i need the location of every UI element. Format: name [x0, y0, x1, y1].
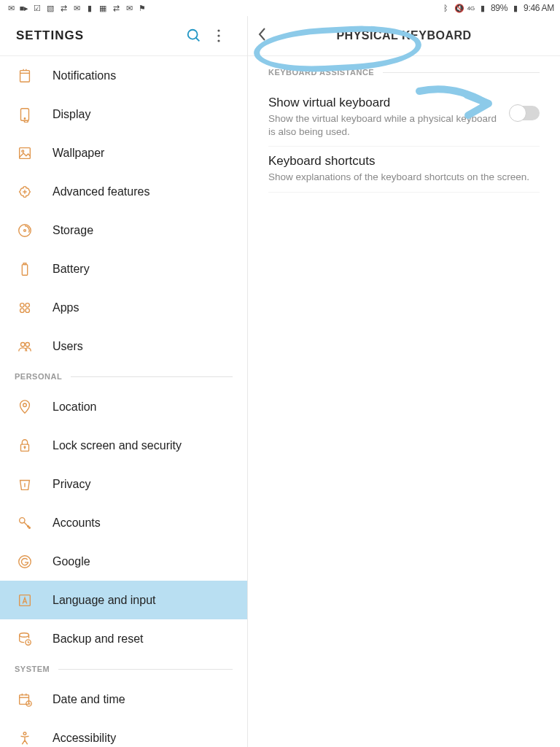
nav-item-apps[interactable]: Apps	[0, 288, 247, 327]
location-icon	[15, 397, 35, 417]
nav-item-label: Language and input	[52, 594, 155, 607]
nav-item-notifications[interactable]: Notifications	[0, 56, 247, 95]
settings-nav-pane: SETTINGS Notifications Display Wallpaper	[0, 16, 248, 747]
svg-point-23	[21, 342, 26, 347]
mail-icon: ✉	[71, 3, 82, 13]
svg-point-16	[24, 229, 26, 231]
svg-point-4	[217, 39, 219, 42]
svg-point-20	[26, 303, 29, 307]
gallery-icon: ▦	[98, 3, 108, 13]
battery-icon	[15, 259, 35, 279]
pin-icon: ⚑	[137, 3, 147, 13]
nav-item-battery[interactable]: Battery	[0, 249, 247, 288]
wallpaper-icon	[15, 143, 35, 163]
section-label: KEYBOARD ASSISTANCE	[268, 68, 374, 77]
advanced-icon	[15, 182, 35, 202]
more-vert-icon	[217, 29, 220, 42]
display-icon	[15, 104, 35, 125]
svg-point-12	[22, 150, 24, 152]
lock-icon	[15, 436, 35, 456]
signal-icon: ▮	[478, 3, 488, 13]
accessibility-icon	[15, 728, 35, 748]
nav-item-accessibility[interactable]: Accessibility	[0, 719, 247, 747]
search-button[interactable]	[182, 23, 206, 48]
settings-title: SETTINGS	[16, 28, 182, 43]
notifications-icon	[15, 66, 35, 86]
svg-rect-5	[20, 70, 30, 82]
nav-item-label: Battery	[52, 263, 90, 276]
accounts-icon	[15, 513, 35, 533]
nav-item-label: Notifications	[52, 69, 116, 82]
nav-item-accounts[interactable]: Accounts	[0, 503, 247, 542]
setting-subtitle: Show the virtual keyboard while a physic…	[268, 112, 500, 139]
setting-show-virtual-keyboard[interactable]: Show virtual keyboard Show the virtual k…	[268, 88, 540, 147]
nav-item-lock-security[interactable]: Lock screen and security	[0, 426, 247, 465]
nav-item-storage[interactable]: Storage	[0, 211, 247, 249]
detail-title: PHYSICAL KEYBOARD	[336, 29, 471, 42]
section-system: SYSTEM	[0, 658, 247, 680]
divider-line	[58, 669, 233, 670]
show-virtual-keyboard-toggle[interactable]	[510, 106, 540, 120]
divider-line	[383, 72, 540, 73]
detail-pane: PHYSICAL KEYBOARD KEYBOARD ASSISTANCE Sh…	[248, 16, 560, 747]
nav-item-label: Date and time	[52, 693, 125, 706]
status-left-icons: ✉ ■▸ ☑ ▧ ⇄ ✉ ▮ ▦ ⇄ ✉ ⚑	[6, 3, 147, 13]
nav-item-label: Lock screen and security	[52, 439, 182, 452]
section-keyboard-assistance: KEYBOARD ASSISTANCE	[268, 56, 540, 88]
svg-rect-11	[20, 147, 31, 158]
battery-icon: ▮	[510, 3, 521, 13]
network-icon: 4G	[467, 5, 475, 12]
nav-item-advanced-features[interactable]: Advanced features	[0, 172, 247, 211]
checkbox-icon: ☑	[32, 3, 42, 13]
svg-point-10	[24, 117, 25, 118]
google-icon	[15, 551, 35, 572]
nav-item-wallpaper[interactable]: Wallpaper	[0, 133, 247, 172]
back-button[interactable]	[257, 26, 267, 46]
datetime-icon	[15, 689, 35, 710]
svg-point-35	[20, 632, 29, 637]
mail-icon: ✉	[124, 3, 134, 13]
nav-item-date-time[interactable]: Date and time	[0, 680, 247, 719]
nav-item-label: Accessibility	[52, 732, 116, 745]
svg-point-33	[19, 555, 31, 568]
clock: 9:46 AM	[524, 3, 554, 13]
section-label: PERSONAL	[15, 372, 62, 381]
nav-item-backup-reset[interactable]: Backup and reset	[0, 619, 247, 658]
nav-item-label: Wallpaper	[52, 147, 104, 160]
svg-rect-37	[20, 694, 29, 704]
svg-point-25	[23, 403, 27, 406]
nav-item-label: Privacy	[52, 478, 90, 491]
storage-icon	[15, 220, 35, 241]
nav-item-label: Google	[52, 555, 90, 568]
mail-icon: ✉	[6, 3, 16, 13]
search-icon	[186, 28, 202, 44]
privacy-icon	[15, 474, 35, 495]
nav-item-language-input[interactable]: Language and input	[0, 581, 247, 619]
svg-point-27	[24, 446, 26, 447]
svg-point-3	[217, 34, 219, 36]
nav-item-label: Backup and reset	[52, 632, 144, 646]
nav-item-users[interactable]: Users	[0, 327, 247, 365]
setting-keyboard-shortcuts[interactable]: Keyboard shortcuts Show explanations of …	[268, 147, 540, 192]
svg-rect-17	[22, 264, 27, 275]
backup-icon	[15, 629, 35, 649]
setting-title: Show virtual keyboard	[268, 96, 500, 110]
svg-point-21	[20, 308, 24, 312]
nav-item-display[interactable]: Display	[0, 95, 247, 133]
language-icon	[15, 590, 35, 611]
nav-item-label: Location	[52, 400, 97, 414]
svg-point-42	[23, 732, 26, 735]
svg-point-30	[20, 517, 25, 522]
sync-icon: ⇄	[111, 3, 121, 13]
nav-item-label: Display	[52, 108, 90, 121]
nav-item-location[interactable]: Location	[0, 387, 247, 426]
nav-item-label: Advanced features	[52, 185, 149, 198]
divider-line	[71, 376, 233, 377]
nav-item-privacy[interactable]: Privacy	[0, 465, 247, 503]
nav-item-label: Users	[52, 340, 83, 353]
svg-point-0	[188, 30, 198, 39]
more-button[interactable]	[206, 23, 231, 48]
status-right-icons: ᛒ 🔇 4G ▮ 89% ▮ 9:46 AM	[441, 3, 554, 13]
nav-item-google[interactable]: Google	[0, 542, 247, 581]
svg-point-19	[20, 303, 24, 307]
